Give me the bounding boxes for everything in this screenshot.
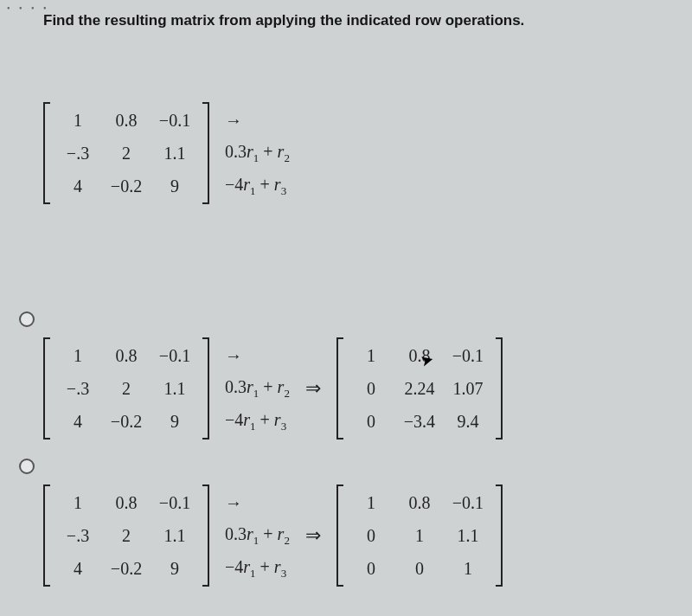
cell: 2 — [102, 144, 151, 164]
bracket-right — [496, 337, 503, 440]
r-var: r — [274, 557, 281, 576]
matrix-body: 1 0.8 −0.1 0 1 1.1 0 0 1 — [343, 484, 496, 587]
r-var: r — [243, 410, 250, 429]
op-text: + — [259, 377, 277, 396]
implies-icon: ⇒ — [305, 485, 321, 586]
cell: 2 — [102, 379, 151, 399]
cell: 9 — [151, 176, 199, 196]
cell: 1 — [54, 493, 102, 513]
cell: 0 — [347, 379, 395, 399]
op-r3: −4r1 + r3 — [225, 175, 290, 198]
cell: 1 — [347, 493, 395, 513]
bracket-left — [336, 484, 343, 587]
original-matrix: 1 0.8 −0.1 −.3 2 1.1 4 −0.2 9 — [43, 102, 209, 204]
r-var: r — [247, 377, 253, 396]
row-ops: → 0.3r1 + r2 −4r1 + r3 — [225, 484, 290, 585]
cell: −0.1 — [444, 493, 492, 513]
op-r3: −4r1 + r3 — [225, 410, 290, 433]
bracket-left — [43, 102, 50, 204]
op-text: −4 — [225, 175, 243, 194]
op-text: + — [256, 410, 274, 429]
option-b-lhs-matrix: 1 0.8 −0.1 −.3 2 1.1 4 −0.2 9 — [43, 484, 209, 587]
op-text: + — [259, 142, 277, 161]
matrix-body: 1 0.8 −0.1 −.3 2 1.1 4 −0.2 9 — [50, 484, 202, 587]
r-var: r — [247, 142, 253, 161]
bracket-right — [202, 337, 209, 440]
op-text: −4 — [225, 557, 243, 576]
cell: 9 — [151, 412, 199, 432]
op-text: 0.3 — [225, 142, 247, 161]
r-var: r — [247, 524, 253, 543]
op-text: + — [256, 175, 274, 194]
radio-option-a[interactable] — [19, 311, 35, 327]
cell: −0.1 — [151, 493, 199, 513]
bracket-left — [43, 484, 50, 587]
row-ops: → 0.3r1 + r2 −4r1 + r3 — [225, 337, 290, 438]
option-b-block: 1 0.8 −0.1 −.3 2 1.1 4 −0.2 9 → 0.3r1 + … — [43, 484, 503, 587]
cell: −.3 — [54, 379, 102, 399]
option-a-block: 1 0.8 −0.1 −.3 2 1.1 4 −0.2 9 → 0.3r1 + … — [43, 337, 503, 440]
cell: 0.8 — [102, 346, 151, 366]
cell: 1 — [347, 346, 395, 366]
cell: −0.1 — [444, 346, 492, 366]
cell: 9 — [151, 559, 199, 579]
cell: −0.1 — [151, 346, 199, 366]
cell: −0.2 — [102, 412, 151, 432]
sub: 3 — [281, 184, 287, 197]
op-text: 0.3 — [225, 377, 247, 396]
sub: 3 — [281, 567, 287, 580]
cell: 0.8 — [102, 111, 151, 131]
op-text: −4 — [225, 410, 243, 429]
cell: 1 — [54, 111, 102, 131]
cell: 1.1 — [151, 526, 199, 546]
op-arrow: → — [225, 493, 290, 513]
problem-block: 1 0.8 −0.1 −.3 2 1.1 4 −0.2 9 → 0.3r1 + … — [43, 102, 290, 204]
cell: 2.24 — [395, 379, 444, 399]
matrix-body: 1 0.8 −0.1 −.3 2 1.1 4 −0.2 9 — [50, 102, 202, 204]
cell: 1 — [444, 559, 492, 579]
cell: 1.1 — [151, 144, 199, 164]
op-arrow: → — [225, 346, 290, 366]
op-arrow: → — [225, 111, 290, 131]
bracket-right — [202, 484, 209, 587]
cell: −0.1 — [151, 111, 199, 131]
cell: 2 — [102, 526, 151, 546]
cell: 1.07 — [444, 379, 492, 399]
op-text: + — [259, 524, 277, 543]
cell: 1.1 — [444, 526, 492, 546]
r-var: r — [243, 175, 250, 194]
cell: −.3 — [54, 144, 102, 164]
op-text: + — [256, 557, 274, 576]
cell: 1 — [54, 346, 102, 366]
op-r2: 0.3r1 + r2 — [225, 524, 290, 548]
bracket-right — [496, 484, 503, 587]
cell: 4 — [54, 412, 102, 432]
cell: 1 — [395, 526, 444, 546]
cell: −3.4 — [395, 412, 444, 432]
sub: 2 — [284, 151, 290, 164]
row-ops: → 0.3r1 + r2 −4r1 + r3 — [225, 102, 290, 202]
sub: 2 — [284, 534, 290, 547]
cell: 4 — [54, 176, 102, 196]
cell: −0.2 — [102, 559, 151, 579]
cell: −.3 — [54, 526, 102, 546]
radio-option-b[interactable] — [19, 459, 35, 474]
r-var: r — [274, 175, 281, 194]
option-b-result-matrix: 1 0.8 −0.1 0 1 1.1 0 0 1 — [336, 484, 503, 587]
bracket-left — [336, 337, 343, 440]
sub: 3 — [281, 420, 287, 433]
cell: 0 — [395, 559, 444, 579]
op-r2: 0.3r1 + r2 — [225, 142, 290, 165]
question-prompt: Find the resulting matrix from applying … — [43, 12, 524, 29]
matrix-body: 1 0.8 −0.1 −.3 2 1.1 4 −0.2 9 — [50, 337, 202, 440]
cell: 1.1 — [151, 379, 199, 399]
cell: 4 — [54, 559, 102, 579]
op-r3: −4r1 + r3 — [225, 557, 290, 581]
implies-icon: ⇒ — [305, 338, 321, 439]
cell: 9.4 — [444, 412, 492, 432]
bracket-right — [202, 102, 209, 204]
op-r2: 0.3r1 + r2 — [225, 377, 290, 401]
cell: 0.8 — [395, 493, 444, 513]
op-text: 0.3 — [225, 524, 247, 543]
cell: 0 — [347, 559, 395, 579]
